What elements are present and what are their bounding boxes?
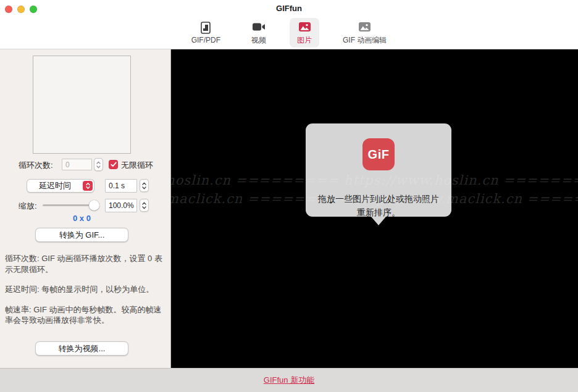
tab-gif-pdf[interactable]: GIF/PDF (184, 19, 228, 46)
convert-to-gif-button[interactable]: 转换为 GIF... (35, 228, 128, 242)
photo-icon (299, 20, 311, 34)
checkmark-icon (111, 162, 117, 167)
scale-field[interactable]: 100.0% (105, 199, 137, 212)
scale-stepper[interactable] (140, 199, 149, 212)
tab-video[interactable]: 视频 (244, 18, 274, 48)
loop-count-stepper[interactable] (94, 158, 103, 171)
help-text: 循环次数: GIF 动画循环播放次数，设置 0 表示无限循环。 延迟时间: 每帧… (5, 253, 165, 335)
help-paragraph-delay: 延迟时间: 每帧的显示时间，以秒为单位。 (5, 284, 165, 295)
delay-time-field[interactable]: 0.1 s (105, 179, 137, 193)
photo-icon (359, 20, 371, 34)
scale-value: 100.0% (109, 201, 134, 210)
scale-slider[interactable] (43, 204, 98, 206)
video-camera-icon (253, 20, 266, 34)
loop-count-value: 0 (65, 161, 70, 169)
tab-label: GIF/PDF (191, 36, 220, 44)
loop-count-label: 循环次数: (19, 160, 53, 171)
help-paragraph-framerate: 帧速率: GIF 动画中的每秒帧数。较高的帧速率会导致动画播放得非常快。 (5, 304, 165, 326)
tab-label: 视频 (251, 35, 266, 46)
infinite-loop-label: 无限循环 (121, 160, 153, 171)
scale-label: 缩放: (19, 201, 37, 212)
help-paragraph-loop: 循环次数: GIF 动画循环播放次数，设置 0 表示无限循环。 (5, 253, 165, 275)
gif-app-icon: GiF (362, 138, 395, 170)
whats-new-link[interactable]: GIFfun 新功能 (264, 375, 314, 386)
delay-time-stepper[interactable] (140, 179, 149, 192)
drop-hint-popover: GiF 拖放一些图片到此处或拖动照片重新排序。 (306, 123, 451, 217)
loop-count-field[interactable]: 0 (62, 159, 92, 170)
convert-to-video-button[interactable]: 转换为视频... (35, 341, 128, 356)
drop-hint-message: 拖放一些图片到此处或拖动照片重新排序。 (317, 193, 440, 219)
toolbar: GIF/PDF 视频 图片 (0, 16, 578, 49)
tab-label: GIF 动画编辑 (343, 35, 387, 46)
slider-thumb[interactable] (89, 200, 99, 211)
app-window: GIFfun GIF/PDF 视频 (0, 0, 578, 392)
chevron-up-down-icon (83, 181, 93, 191)
delay-time-value: 0.1 s (109, 181, 125, 190)
sidebar: 循环次数: 0 无限循环 延迟时间 (0, 49, 171, 368)
tab-images[interactable]: 图片 (290, 18, 319, 48)
scale-row: 缩放: 100.0% (0, 199, 171, 213)
document-icon (201, 21, 211, 35)
tab-label: 图片 (297, 35, 312, 46)
footer-bar: GIFfun 新功能 (0, 368, 578, 392)
loop-count-row: 循环次数: 0 无限循环 (0, 158, 171, 172)
preview-box (33, 56, 131, 154)
delay-time-row: 延迟时间 0.1 s (0, 179, 171, 193)
popover-tail (371, 217, 386, 225)
title-bar: GIFfun (0, 0, 578, 16)
output-dimensions: 0 x 0 (0, 214, 164, 223)
infinite-loop-checkbox[interactable] (109, 160, 118, 169)
tab-gif-editor[interactable]: GIF 动画编辑 (335, 18, 394, 48)
delay-mode-label: 延迟时间 (27, 180, 83, 191)
window-title: GIFfun (0, 4, 578, 13)
delay-mode-dropdown[interactable]: 延迟时间 (27, 179, 94, 193)
